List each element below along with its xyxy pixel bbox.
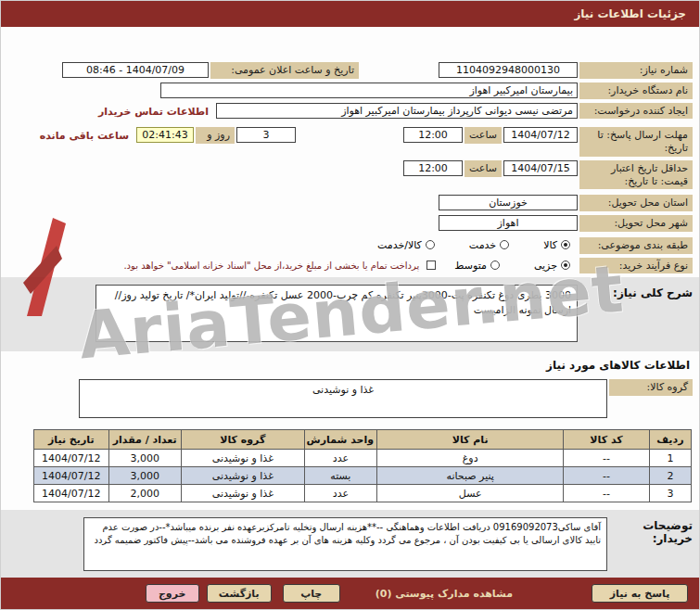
goods-group-label: گروه کالا: — [609, 379, 693, 396]
validity-hour-label: ساعت — [465, 160, 502, 177]
cell-row-number: 3 — [649, 485, 691, 502]
row-request-creator: ایجاد کننده درخواست: مرتضی نیسی دیوانی ک… — [1, 103, 699, 120]
tender-detail-page: جزئیات اطلاعات نیاز شماره نیاز: 11040929… — [0, 0, 700, 610]
price-validity-time: 12:00 — [403, 160, 463, 176]
cell-unit: عدد — [304, 485, 376, 502]
row-subject-category: طبقه بندی موضوعی: کالا خدمت کالا/خدمت — [1, 237, 699, 254]
cell-goods-name: عسل — [377, 485, 564, 502]
radio-goods-service-icon[interactable] — [426, 240, 435, 249]
delivery-city-value: اهواز — [439, 215, 578, 231]
option-service[interactable]: خدمت — [469, 237, 509, 251]
cell-goods-group: غذا و نوشیدنی — [181, 450, 304, 467]
option-service-label: خدمت — [469, 239, 496, 251]
cell-row-number: 2 — [649, 467, 691, 485]
buyer-notes-text: آقای ساکی09169092073 دریافت اطلاعات وهما… — [83, 517, 607, 571]
option-goods-service-label: کالا/خدمت — [377, 239, 422, 251]
radio-service-icon[interactable] — [500, 240, 509, 249]
cell-goods-code: -- — [564, 485, 650, 502]
deadline-hour-label: ساعت — [465, 127, 502, 144]
col-goods-name: نام کالا — [377, 430, 564, 450]
radio-minor-icon[interactable] — [561, 261, 570, 270]
remaining-label: ساعت باقی مانده — [40, 127, 129, 142]
row-delivery-province: استان محل تحویل: خوزستان — [1, 195, 699, 211]
option-medium-label: متوسط — [454, 260, 487, 272]
row-reply-deadline: مهلت ارسال پاسخ: تا تاریخ: 1404/07/12 سا… — [1, 127, 699, 157]
reply-to-need-button[interactable]: پاسخ به نیاز — [592, 584, 688, 603]
cell-need-date: 1404/07/12 — [34, 485, 109, 502]
cell-goods-name: پنیر صبحانه — [377, 467, 564, 485]
exit-button[interactable]: خروج — [146, 584, 199, 603]
general-description-label: شرح کلی نیاز: — [579, 285, 693, 299]
header-bar: جزئیات اطلاعات نیاز — [1, 1, 699, 27]
purchase-process-label: نوع فرآیند خرید: — [579, 258, 693, 274]
delivery-province-value: خوزستان — [439, 195, 578, 210]
col-goods-group: گروه کالا — [181, 430, 304, 450]
print-button[interactable]: چاپ — [283, 584, 340, 603]
delivery-city-label: شهر محل تحویل: — [579, 215, 693, 232]
cell-quantity: 3,000 — [108, 450, 181, 467]
buyer-contact-link[interactable]: اطلاعات تماس خریدار — [98, 103, 209, 118]
general-description-text: 3000 بطری دوغ تکنفره پت-3000پنیر تکنفره … — [95, 285, 578, 342]
cell-quantity: 3,000 — [108, 467, 181, 485]
reply-deadline-label: مهلت ارسال پاسخ: تا تاریخ: — [579, 127, 693, 157]
goods-section-title: اطلاعات کالاهای مورد نیاز — [10, 359, 690, 372]
option-goods-label: کالا — [543, 239, 557, 251]
cell-goods-group: غذا و نوشیدنی — [181, 485, 304, 502]
view-attachments-link[interactable]: مشاهده مدارک پیوستی (0) — [375, 588, 513, 600]
row-goods-group: گروه کالا: غذا و نوشیدنی — [1, 379, 699, 418]
col-unit: واحد شمارش — [304, 430, 376, 450]
announce-datetime-label: تاریخ و ساعت اعلان عمومی: — [210, 62, 359, 79]
table-row: 1 -- دوغ عدد غذا و نوشیدنی 3,000 1404/07… — [34, 450, 692, 467]
announce-datetime-value: 1404/07/09 - 08:46 — [62, 62, 209, 78]
price-validity-label: حداقل تاریخ اعتبار قیمت: تا تاریخ: — [579, 160, 693, 190]
table-row: 3 -- عسل عدد غذا و نوشیدنی 2,000 1404/07… — [34, 485, 692, 502]
table-row: 2 -- پنیر صبحانه بسته غذا و نوشیدنی 3,00… — [34, 467, 692, 485]
price-validity-date: 1404/07/15 — [503, 160, 578, 176]
cell-need-date: 1404/07/12 — [34, 467, 109, 485]
cell-need-date: 1404/07/12 — [34, 450, 109, 467]
radio-goods-icon[interactable] — [561, 240, 570, 249]
row-delivery-city: شهر محل تحویل: اهواز — [1, 215, 699, 232]
reply-deadline-date: 1404/07/12 — [503, 127, 578, 143]
back-button[interactable]: بازگشت — [207, 584, 272, 603]
col-row-number: ردیف — [649, 430, 691, 450]
page-title: جزئیات اطلاعات نیاز — [574, 7, 686, 20]
delivery-province-label: استان محل تحویل: — [579, 195, 693, 211]
reply-deadline-time: 12:00 — [403, 127, 463, 143]
option-minor[interactable]: جزیی — [534, 258, 570, 272]
buyer-notes-section: توضیحات خریدار: آقای ساکی09169092073 دری… — [1, 510, 699, 578]
row-need-number: شماره نیاز: 1104092948000130 تاریخ و ساع… — [1, 62, 699, 79]
cell-row-number: 1 — [649, 450, 691, 467]
cell-goods-code: -- — [564, 450, 650, 467]
row-price-validity: حداقل تاریخ اعتبار قیمت: تا تاریخ: 1404/… — [1, 160, 699, 190]
col-need-date: تاریخ نیاز — [34, 430, 109, 450]
option-goods[interactable]: کالا — [543, 237, 570, 251]
general-description-section: شرح کلی نیاز: 3000 بطری دوغ تکنفره پت-30… — [1, 277, 699, 351]
form-area: شماره نیاز: 1104092948000130 تاریخ و ساع… — [1, 62, 699, 273]
row-buyer-org: نام دستگاه خریدار: بیمارستان امیرکبیر اه… — [1, 83, 699, 99]
subject-category-label: طبقه بندی موضوعی: — [579, 237, 693, 254]
days-remaining-value: 3 — [236, 127, 296, 143]
goods-group-value: غذا و نوشیدنی — [79, 379, 607, 418]
col-goods-code: کد کالا — [564, 430, 650, 450]
option-goods-service[interactable]: کالا/خدمت — [377, 237, 435, 251]
cell-goods-group: غذا و نوشیدنی — [181, 467, 304, 485]
treasury-checkbox[interactable] — [426, 261, 436, 270]
cell-unit: عدد — [304, 450, 376, 467]
cell-goods-code: -- — [564, 467, 650, 485]
treasury-note: پرداخت تمام یا بخشی از مبلغ خرید،از محل … — [123, 258, 419, 272]
col-quantity: تعداد / مقدار — [108, 430, 181, 450]
buyer-org-label: نام دستگاه خریدار: — [579, 83, 693, 99]
option-minor-label: جزیی — [534, 260, 557, 272]
radio-medium-icon[interactable] — [490, 261, 500, 270]
table-header-row: ردیف کد کالا نام کالا واحد شمارش گروه کا… — [34, 430, 692, 450]
days-label: روز و — [196, 127, 235, 144]
buyer-org-value: بیمارستان امیرکبیر اهواز — [160, 83, 578, 98]
cell-quantity: 2,000 — [108, 485, 181, 502]
cell-unit: بسته — [304, 467, 376, 485]
goods-table: ردیف کد کالا نام کالا واحد شمارش گروه کا… — [33, 429, 692, 502]
countdown-timer: 02:41:43 — [136, 127, 194, 143]
request-creator-value: مرتضی نیسی دیوانی کارپرداز بیمارستان امی… — [216, 103, 578, 119]
row-purchase-process: نوع فرآیند خرید: جزیی متوسط پرداخت تمام … — [1, 258, 699, 274]
option-medium[interactable]: متوسط — [454, 258, 500, 272]
